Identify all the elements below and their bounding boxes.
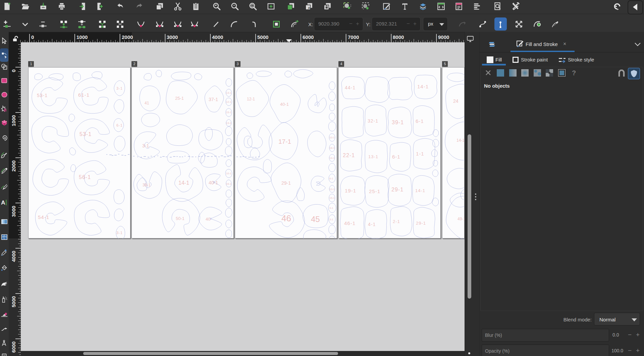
svg-text:15-1: 15-1 [329, 196, 335, 199]
svg-text:16-1: 16-1 [226, 182, 232, 185]
svg-text:40: 40 [206, 217, 210, 222]
svg-text:4-1: 4-1 [368, 222, 376, 227]
svg-text:29-1: 29-1 [391, 187, 404, 192]
svg-text:14-1: 14-1 [457, 138, 465, 143]
svg-text:6000: 6000 [303, 34, 314, 40]
svg-text:14-1: 14-1 [178, 180, 189, 186]
svg-text:15-1: 15-1 [226, 111, 232, 114]
svg-text:10-1: 10-1 [329, 136, 335, 139]
svg-text:12-1: 12-1 [226, 100, 232, 103]
svg-text:53-1: 53-1 [79, 131, 92, 137]
svg-text:50-1: 50-1 [176, 216, 184, 221]
svg-text:22-1: 22-1 [343, 152, 355, 158]
svg-text:38-1: 38-1 [143, 183, 151, 187]
svg-text:19-1: 19-1 [345, 188, 356, 193]
svg-text:9-1: 9-1 [329, 207, 333, 210]
svg-text:0: 0 [31, 34, 34, 40]
svg-text:46: 46 [281, 213, 291, 223]
svg-text:17-1: 17-1 [278, 138, 291, 145]
svg-text:39-1: 39-1 [392, 120, 404, 125]
svg-text:12-1: 12-1 [247, 97, 255, 101]
svg-text:41: 41 [145, 101, 149, 105]
svg-text:5000: 5000 [11, 296, 16, 307]
svg-text:44-1: 44-1 [345, 85, 356, 90]
svg-text:10-1: 10-1 [226, 172, 232, 175]
svg-text:4000: 4000 [212, 34, 223, 40]
svg-text:14-1: 14-1 [415, 188, 425, 193]
svg-text:4000: 4000 [11, 251, 16, 262]
svg-text:46-1: 46-1 [344, 220, 356, 226]
svg-text:a: a [308, 6, 310, 9]
svg-text:56-1: 56-1 [79, 174, 91, 180]
svg-text:5000: 5000 [257, 34, 268, 40]
svg-text:3-1: 3-1 [116, 231, 123, 235]
svg-text:49-1: 49-1 [458, 217, 465, 221]
svg-text:1-1: 1-1 [416, 151, 424, 157]
svg-text:13-1: 13-1 [329, 188, 335, 191]
svg-text:13-1: 13-1 [226, 91, 232, 94]
svg-text:29-1: 29-1 [281, 180, 291, 186]
svg-text:3000: 3000 [11, 206, 16, 217]
svg-text:3-1: 3-1 [329, 218, 333, 221]
svg-text:14-1: 14-1 [417, 84, 429, 89]
svg-text:A: A [1, 199, 5, 206]
svg-text:29-1: 29-1 [416, 221, 426, 226]
svg-text:6-1: 6-1 [392, 154, 400, 160]
svg-text:24: 24 [453, 98, 459, 104]
svg-text:37-1: 37-1 [209, 97, 218, 102]
svg-text:1000: 1000 [11, 115, 16, 126]
svg-text:3000: 3000 [167, 34, 178, 40]
svg-text:18-1: 18-1 [329, 146, 335, 149]
svg-text:6-1: 6-1 [329, 177, 333, 180]
svg-text:6000: 6000 [11, 342, 16, 353]
svg-text:40-1: 40-1 [280, 102, 289, 107]
svg-text:2-1: 2-1 [393, 219, 400, 224]
svg-text:7000: 7000 [348, 34, 359, 40]
svg-text:6-1: 6-1 [416, 118, 424, 124]
svg-text:25-1: 25-1 [175, 96, 184, 101]
svg-text:45: 45 [311, 215, 320, 224]
svg-text:25-1: 25-1 [369, 188, 380, 194]
svg-text:9000: 9000 [438, 34, 449, 40]
svg-text:6-1: 6-1 [116, 123, 123, 127]
svg-text:2000: 2000 [122, 34, 133, 40]
svg-text:2000: 2000 [11, 161, 16, 172]
svg-text:0: 0 [11, 70, 16, 72]
svg-text:14-1: 14-1 [329, 157, 335, 160]
svg-text:53-1: 53-1 [37, 93, 48, 98]
svg-text:40-1: 40-1 [209, 180, 218, 185]
svg-text:1000: 1000 [76, 34, 88, 40]
svg-text:3-1: 3-1 [116, 86, 123, 90]
svg-text:13-1: 13-1 [226, 122, 232, 125]
svg-text:54-1: 54-1 [38, 214, 49, 220]
svg-text:61-1: 61-1 [78, 92, 90, 98]
svg-text:3-1: 3-1 [142, 143, 149, 148]
svg-text:32-1: 32-1 [368, 118, 378, 124]
svg-text:13-1: 13-1 [368, 154, 378, 159]
svg-text:8000: 8000 [393, 34, 404, 40]
